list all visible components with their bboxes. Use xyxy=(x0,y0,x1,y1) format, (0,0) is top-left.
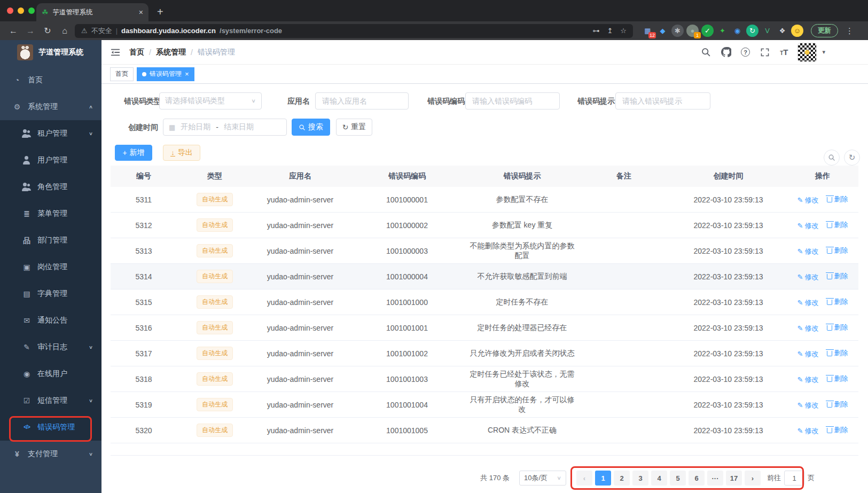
delete-link[interactable]: 删除 xyxy=(827,425,848,435)
sidebar-item[interactable]: 租户管理 ∨ xyxy=(0,120,101,147)
close-window-button[interactable] xyxy=(7,7,13,14)
page-number-button[interactable]: ··· xyxy=(707,471,723,486)
app-name-input[interactable] xyxy=(315,92,409,109)
sidebar-item[interactable]: ✎ 审计日志 ∨ xyxy=(0,334,101,361)
delete-link[interactable]: 删除 xyxy=(827,374,848,384)
sidebar-item[interactable]: ◉ 在线用户 xyxy=(0,361,101,387)
page-size-select[interactable]: 10条/页 ∨ xyxy=(519,471,566,486)
breadcrumb-home[interactable]: 首页 xyxy=(129,48,144,57)
tag-close-icon[interactable]: × xyxy=(185,71,189,77)
sidebar-item[interactable]: </> 错误码管理 xyxy=(0,414,101,441)
sidebar-item[interactable]: 角色管理 xyxy=(0,174,101,200)
delete-link[interactable]: 删除 xyxy=(827,220,848,230)
help-icon[interactable]: ? xyxy=(741,48,750,57)
reset-button[interactable]: ↻重置 xyxy=(336,119,372,136)
maximize-window-button[interactable] xyxy=(28,7,35,14)
forward-icon[interactable]: → xyxy=(24,26,37,36)
logo[interactable]: 芋道管理系统 xyxy=(0,40,101,65)
sidebar-item[interactable]: ◔ 首页 xyxy=(0,67,101,93)
menu-fold-icon[interactable] xyxy=(110,47,121,58)
tag-item[interactable]: 错误码管理 × xyxy=(137,67,194,81)
delete-link[interactable]: 删除 xyxy=(827,400,848,409)
search-icon[interactable] xyxy=(700,47,711,58)
breadcrumb-system[interactable]: 系统管理 xyxy=(156,48,186,57)
sync-extension-icon[interactable]: ↻ xyxy=(746,25,758,37)
tag-item[interactable]: 首页 xyxy=(110,67,134,81)
vue-devtools-extension-icon[interactable]: V xyxy=(761,25,773,37)
sidebar-item[interactable]: 品 部门管理 xyxy=(0,227,101,254)
page-number-button[interactable]: 17 xyxy=(726,471,742,486)
share-icon[interactable]: ↥ xyxy=(607,27,613,35)
home-icon[interactable]: ⌂ xyxy=(58,26,72,36)
kite-extension-icon[interactable]: ◆ xyxy=(656,25,669,37)
sidebar-item[interactable]: 用户管理 xyxy=(0,147,101,174)
delete-link[interactable]: 删除 xyxy=(827,271,848,281)
browser-update-button[interactable]: 更新 xyxy=(811,24,838,37)
sidebar-item[interactable]: ¥ 支付管理 ∨ xyxy=(0,441,101,467)
browser-tab[interactable]: ☘ 芋道管理系统 × xyxy=(36,3,148,21)
browser-menu-icon[interactable]: ⋮ xyxy=(846,26,854,36)
reload-icon[interactable]: ↻ xyxy=(41,26,54,36)
page-number-button[interactable]: 1 xyxy=(595,471,611,486)
prev-page-button[interactable]: ‹ xyxy=(576,471,592,486)
page-number-button[interactable]: 4 xyxy=(651,471,667,486)
asterisk-extension-icon[interactable]: ✱ xyxy=(671,25,684,37)
edit-link[interactable]: ✎ 修改 xyxy=(797,375,819,385)
new-tab-button[interactable]: + xyxy=(157,6,163,18)
edit-link[interactable]: ✎ 修改 xyxy=(797,426,819,436)
sidebar-item[interactable]: ⚙ 系统管理 ∧ xyxy=(0,93,101,120)
add-button[interactable]: +新增 xyxy=(115,145,152,161)
error-type-select[interactable]: 请选择错误码类型 ∨ xyxy=(159,92,262,109)
puzzle-extension-icon[interactable]: ❖ xyxy=(776,25,788,37)
security-label[interactable]: 不安全 xyxy=(91,26,112,36)
toggle-search-button[interactable] xyxy=(824,150,840,166)
font-size-icon[interactable]: TT xyxy=(780,48,788,57)
green-check-extension-icon[interactable]: ✓ xyxy=(701,25,714,37)
url-bar[interactable]: ⚠ 不安全 | dashboard.yudao.iocoder.cn/syste… xyxy=(75,24,633,38)
sidebar-item[interactable]: ☑ 短信管理 ∨ xyxy=(0,387,101,414)
minimize-window-button[interactable] xyxy=(18,7,24,14)
edit-link[interactable]: ✎ 修改 xyxy=(797,324,819,333)
export-button[interactable]: ↓导出 xyxy=(163,145,200,161)
delete-link[interactable]: 删除 xyxy=(827,323,848,332)
goto-page-input[interactable] xyxy=(784,471,804,486)
refresh-table-button[interactable]: ↻ xyxy=(844,150,860,166)
search-button[interactable]: 搜索 xyxy=(292,119,330,136)
edit-link[interactable]: ✎ 修改 xyxy=(797,349,819,359)
sidebar-item[interactable]: ✉ 通知公告 xyxy=(0,307,101,334)
page-number-button[interactable]: 5 xyxy=(670,471,686,486)
edit-link[interactable]: ✎ 修改 xyxy=(797,272,819,282)
sidebar-item[interactable]: ≣ 菜单管理 xyxy=(0,200,101,227)
edit-link[interactable]: ✎ 修改 xyxy=(797,247,819,256)
user-avatar[interactable] xyxy=(797,43,817,62)
delete-link[interactable]: 删除 xyxy=(827,194,848,204)
edit-link[interactable]: ✎ 修改 xyxy=(797,401,819,410)
notifier-extension-icon[interactable]: ● 1 xyxy=(686,25,699,37)
date-range-picker[interactable]: ▦ 开始日期 - 结束日期 xyxy=(163,119,287,136)
edit-link[interactable]: ✎ 修改 xyxy=(797,298,819,308)
error-msg-input[interactable] xyxy=(615,92,710,109)
github-icon[interactable] xyxy=(721,47,731,58)
emoji-extension-icon[interactable]: ☺ xyxy=(791,25,803,37)
password-key-icon[interactable]: ⊶ xyxy=(592,27,599,35)
page-number-button[interactable]: 6 xyxy=(689,471,705,486)
delete-link[interactable]: 删除 xyxy=(827,348,848,358)
bookmark-star-icon[interactable]: ☆ xyxy=(620,27,627,35)
tab-close-icon[interactable]: × xyxy=(139,8,143,17)
sidebar-item[interactable]: ▣ 岗位管理 xyxy=(0,254,101,280)
back-icon[interactable]: ← xyxy=(6,26,20,36)
delete-link[interactable]: 删除 xyxy=(827,246,848,255)
page-number-button[interactable]: 2 xyxy=(614,471,630,486)
trash-icon xyxy=(827,402,832,408)
eye-extension-icon[interactable]: ◉ xyxy=(731,25,744,37)
error-code-input[interactable] xyxy=(465,92,560,109)
sidebar-item[interactable]: ▤ 字典管理 xyxy=(0,280,101,307)
next-page-button[interactable]: › xyxy=(745,471,761,486)
pinned-grid-extension-icon[interactable]: ▦ 12 xyxy=(642,25,654,37)
star-outline-extension-icon[interactable]: ✦ xyxy=(716,25,729,37)
edit-link[interactable]: ✎ 修改 xyxy=(797,221,819,231)
delete-link[interactable]: 删除 xyxy=(827,297,848,307)
edit-link[interactable]: ✎ 修改 xyxy=(797,195,819,205)
fullscreen-icon[interactable] xyxy=(760,47,770,58)
page-number-button[interactable]: 3 xyxy=(632,471,648,486)
